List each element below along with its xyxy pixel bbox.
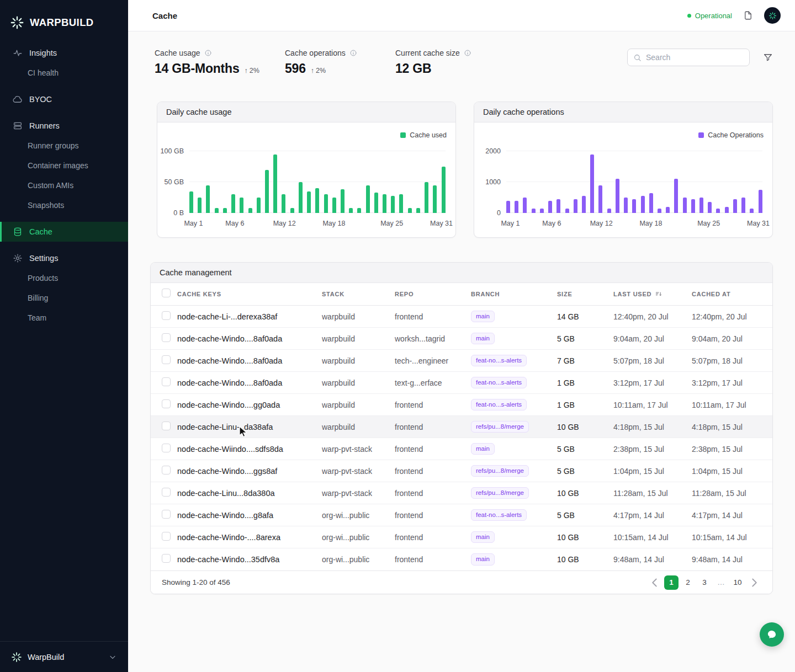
daily-cache-usage-card: Daily cache usage Cache used 0 B50 GB100…: [157, 102, 456, 238]
row-checkbox[interactable]: [162, 466, 171, 474]
sidebar-item-cache[interactable]: Cache: [0, 222, 128, 242]
chart-title: Daily cache operations: [474, 102, 772, 122]
select-all-checkbox[interactable]: [162, 289, 171, 297]
chevron-right-icon[interactable]: [747, 575, 761, 590]
pagination-page-2[interactable]: 2: [681, 575, 695, 590]
sidebar-nav: InsightsCI healthBYOCRunnersRunner group…: [0, 35, 128, 328]
cache-management-card: Cache management Cache keys Stack Repo B…: [150, 262, 773, 594]
table-row[interactable]: node-cache-Windo-....8arexaorg-wi...publ…: [151, 526, 772, 548]
search-area: [627, 49, 773, 66]
chevron-left-icon[interactable]: [648, 575, 662, 590]
branch-cell: main: [471, 443, 557, 455]
table-row[interactable]: node-cache-Wiindo....sdfs8dawarp-pvt-sta…: [151, 438, 772, 460]
table-row[interactable]: node-cache-Windo....8af0adawarpbuildwork…: [151, 328, 772, 350]
pagination-page-3[interactable]: 3: [697, 575, 712, 590]
info-icon[interactable]: [204, 49, 212, 57]
search-input[interactable]: [646, 53, 744, 62]
table-row[interactable]: node-cache-Windo....ggs8afwarp-pvt-stack…: [151, 460, 772, 482]
row-checkbox[interactable]: [162, 444, 171, 452]
pagination-page-10[interactable]: 10: [730, 575, 745, 590]
branch-cell: refs/pu...8/merge: [471, 487, 557, 499]
cloud-icon: [13, 94, 23, 104]
status-badge[interactable]: Operational: [687, 12, 732, 20]
row-checkbox[interactable]: [162, 399, 171, 408]
branch-badge: feat-no...s-alerts: [471, 509, 527, 521]
sidebar-subitem-billing[interactable]: Billing: [0, 288, 128, 308]
table-row[interactable]: node-cache-Linu-..da38afawarpbuildfronte…: [151, 416, 772, 438]
repo-cell: frontend: [395, 401, 471, 409]
row-checkbox[interactable]: [162, 333, 171, 342]
stack-cell[interactable]: org-wi...public: [322, 533, 395, 542]
info-icon[interactable]: [464, 49, 471, 57]
column-header-cached-at[interactable]: Cached at: [692, 291, 761, 297]
sidebar-subitem-products[interactable]: Products: [0, 268, 128, 288]
status-label: Operational: [695, 12, 732, 20]
sidebar-item-label: BYOC: [29, 95, 52, 104]
row-checkbox[interactable]: [162, 422, 171, 430]
column-header-branch[interactable]: Branch: [471, 291, 557, 297]
y-axis-tick: 0: [497, 209, 501, 217]
sidebar-item-runners[interactable]: Runners: [0, 116, 128, 136]
y-axis-tick: 2000: [485, 147, 501, 155]
x-axis-tick: May 18: [322, 220, 345, 227]
row-checkbox[interactable]: [162, 377, 171, 386]
repo-cell: frontend: [395, 312, 471, 321]
row-checkbox[interactable]: [162, 488, 171, 497]
column-header-stack[interactable]: Stack: [322, 291, 395, 297]
column-header-cache-keys[interactable]: Cache keys: [177, 291, 322, 297]
chat-button[interactable]: [760, 622, 784, 647]
repo-cell: tech-...engineer: [395, 356, 471, 365]
cache-key-cell: node-cache-Windo....8af0ada: [177, 334, 322, 343]
row-checkbox[interactable]: [162, 554, 171, 563]
stack-cell[interactable]: org-wi...public: [322, 555, 395, 564]
sidebar-subitem-container-images[interactable]: Container images: [0, 156, 128, 175]
x-axis-tick: May 31: [747, 220, 770, 227]
sidebar-item-insights[interactable]: Insights: [0, 43, 128, 63]
filter-icon[interactable]: [763, 52, 773, 62]
workspace-switcher[interactable]: WarpBuild: [0, 641, 128, 672]
table-row[interactable]: node-cache-Linu...8da380awarp-pvt-stackf…: [151, 482, 772, 504]
table-body: node-cache-Li-...derexa38afwarpbuildfron…: [151, 306, 772, 570]
column-header-size[interactable]: Size: [557, 291, 613, 297]
sidebar-subitem-custom-amis[interactable]: Custom AMIs: [0, 175, 128, 195]
bar-may-16: [632, 199, 636, 213]
avatar[interactable]: [764, 7, 781, 24]
table-row[interactable]: node-cache-Li-...derexa38afwarpbuildfron…: [151, 306, 772, 328]
sort-icon[interactable]: [655, 290, 662, 298]
table-row[interactable]: node-cache-Windo....8af0adawarpbuildtech…: [151, 350, 772, 372]
legend-label: Cache Operations: [708, 131, 764, 139]
legend-label: Cache used: [410, 131, 447, 139]
stack-cell[interactable]: warp-pvt-stack: [322, 489, 395, 498]
table-row[interactable]: node-cache-Windo...35dfv8aorg-wi...publi…: [151, 548, 772, 570]
pagination-page-1[interactable]: 1: [664, 575, 679, 590]
stack-cell[interactable]: warp-pvt-stack: [322, 467, 395, 476]
last-used-cell: 5:07pm, 18 Jul: [613, 356, 692, 365]
sidebar-subitem-runner-groups[interactable]: Runner groups: [0, 136, 128, 156]
sidebar-subitem-team[interactable]: Team: [0, 308, 128, 328]
sidebar-subitem-snapshots[interactable]: Snapshots: [0, 195, 128, 215]
stats-row: Cache usage 14 GB-Months ↑2% Cache opera…: [128, 32, 795, 76]
stack-cell[interactable]: org-wi...public: [322, 511, 395, 520]
stack-cell: warpbuild: [322, 423, 395, 431]
bar-may-31: [442, 167, 446, 213]
row-checkbox[interactable]: [162, 510, 171, 519]
column-header-repo[interactable]: Repo: [395, 291, 471, 297]
last-used-cell: 4:18pm, 15 Jul: [613, 423, 692, 431]
sidebar-item-settings[interactable]: Settings: [0, 248, 128, 268]
row-checkbox[interactable]: [162, 311, 171, 320]
cached-at-cell: 12:40pm, 20 Jul: [692, 312, 761, 321]
table-row[interactable]: node-cache-Windo....g8afaorg-wi...public…: [151, 504, 772, 526]
row-checkbox[interactable]: [162, 532, 171, 541]
column-header-last-used[interactable]: Last used: [613, 290, 692, 298]
sidebar-item-byoc[interactable]: BYOC: [0, 89, 128, 109]
table-row[interactable]: node-cache-Windo....gg0adawarpbuildfront…: [151, 394, 772, 416]
cached-at-cell: 4:18pm, 15 Jul: [692, 423, 761, 431]
last-used-cell: 1:04pm, 15 Jul: [613, 467, 692, 476]
row-checkbox[interactable]: [162, 355, 171, 364]
sidebar-subitem-ci-health[interactable]: CI health: [0, 63, 128, 83]
table-row[interactable]: node-cache-Windo....8af0adawarpbuildtext…: [151, 372, 772, 394]
branch-badge: feat-no...s-alerts: [471, 399, 527, 410]
info-icon[interactable]: [349, 49, 357, 57]
stack-cell[interactable]: warp-pvt-stack: [322, 445, 395, 454]
docs-icon[interactable]: [743, 10, 753, 20]
